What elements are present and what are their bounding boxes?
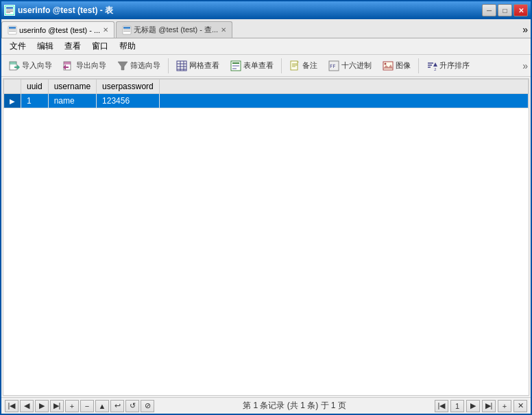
svg-text:2: 2 xyxy=(434,67,437,71)
svg-rect-20 xyxy=(66,67,69,68)
main-content: uuid username userpassword ▶ 1 name 12 xyxy=(3,78,529,396)
col-header-uuid[interactable]: uuid xyxy=(21,80,49,94)
nav-redo-button[interactable]: ↺ xyxy=(125,400,139,412)
page-next-button[interactable]: ▶ xyxy=(466,400,480,412)
main-window: userinfo @test (test) - 表 ─ □ ✕ userinfo… xyxy=(0,0,532,415)
row-indicator-header xyxy=(4,80,21,94)
col-header-userpassword[interactable]: userpassword xyxy=(97,80,160,94)
page-block-button[interactable]: ✕ xyxy=(513,400,527,412)
grid-view-button[interactable]: 网格查看 xyxy=(171,57,224,75)
filter-label: 筛选向导 xyxy=(130,60,160,71)
tab1-label: userinfo @test (test) - ... xyxy=(19,26,100,34)
grid-icon xyxy=(176,60,187,71)
svg-rect-8 xyxy=(9,31,16,32)
window-controls: ─ □ ✕ xyxy=(482,4,528,16)
hex-icon: FF xyxy=(328,60,339,71)
page-add-button[interactable]: + xyxy=(498,400,511,412)
maximize-button[interactable]: □ xyxy=(498,4,512,16)
nav-add-button[interactable]: + xyxy=(65,400,79,412)
svg-rect-2 xyxy=(6,10,13,10)
nav-clear-button[interactable]: ⊘ xyxy=(141,400,154,412)
export-button[interactable]: 导出向导 xyxy=(58,57,111,75)
cell-userpassword[interactable]: 123456 xyxy=(97,94,160,108)
grid-label: 网格查看 xyxy=(189,60,219,71)
svg-rect-1 xyxy=(6,7,13,9)
window-title: userinfo @test (test) - 表 xyxy=(18,5,482,16)
tab-bar: userinfo @test (test) - ... ✕ 无标题 @test … xyxy=(1,19,531,38)
hex-button[interactable]: FF 十六进制 xyxy=(324,57,376,75)
sort-label: 升序排序 xyxy=(439,60,470,71)
nav-delete-button[interactable]: − xyxy=(80,400,94,412)
import-icon xyxy=(9,60,20,71)
export-icon xyxy=(63,60,74,71)
import-button[interactable]: 导入向导 xyxy=(4,57,57,75)
svg-rect-10 xyxy=(123,27,130,29)
tab2-label: 无标题 @test (test) - 查... xyxy=(134,25,218,35)
minimize-button[interactable]: ─ xyxy=(482,4,496,16)
backup-icon xyxy=(289,60,300,71)
cell-uuid[interactable]: 1 xyxy=(21,94,49,108)
col-header-username[interactable]: username xyxy=(48,80,96,94)
image-label: 图像 xyxy=(396,60,411,71)
menu-bar: 文件 编辑 查看 窗口 帮助 xyxy=(1,38,531,55)
form-view-button[interactable]: 表单查看 xyxy=(226,57,278,75)
menu-window[interactable]: 窗口 xyxy=(86,39,114,54)
svg-text:FF: FF xyxy=(330,64,335,69)
svg-rect-7 xyxy=(9,29,16,30)
svg-rect-30 xyxy=(232,65,239,67)
close-button[interactable]: ✕ xyxy=(513,4,528,16)
page-last-button[interactable]: ▶| xyxy=(482,400,496,412)
nav-undo-button[interactable]: ↩ xyxy=(110,400,124,412)
tab-untitled[interactable]: 无标题 @test (test) - 查... ✕ xyxy=(116,21,232,38)
nav-up-button[interactable]: ▲ xyxy=(95,400,109,412)
nav-prev-button[interactable]: ◀ xyxy=(20,400,34,412)
import-label: 导入向导 xyxy=(22,60,52,71)
separator-1 xyxy=(168,58,169,73)
sort-button[interactable]: 2 升序排序 xyxy=(422,57,474,75)
image-icon xyxy=(383,60,394,71)
svg-marker-21 xyxy=(118,62,128,70)
page-first-button[interactable]: |◀ xyxy=(435,400,448,412)
hex-label: 十六进制 xyxy=(341,60,372,71)
separator-2 xyxy=(281,58,282,73)
data-table: uuid username userpassword ▶ 1 name 12 xyxy=(3,79,529,108)
menu-file[interactable]: 文件 xyxy=(4,39,32,54)
svg-rect-14 xyxy=(10,62,16,64)
svg-rect-4 xyxy=(6,12,10,13)
status-right-nav: |◀ 1 ▶ ▶| + ✕ xyxy=(434,400,528,412)
nav-last-button[interactable]: ▶| xyxy=(50,400,64,412)
app-icon xyxy=(4,5,15,16)
menu-help[interactable]: 帮助 xyxy=(114,39,141,54)
svg-rect-29 xyxy=(232,62,239,64)
nav-first-button[interactable]: |◀ xyxy=(5,400,19,412)
page-num[interactable]: 1 xyxy=(450,400,464,412)
svg-point-40 xyxy=(385,62,387,64)
svg-rect-16 xyxy=(14,67,17,68)
menu-view[interactable]: 查看 xyxy=(59,39,86,54)
svg-rect-18 xyxy=(64,62,71,64)
cell-username[interactable]: name xyxy=(48,94,96,108)
tab2-close[interactable]: ✕ xyxy=(221,26,226,34)
table-header-row: uuid username userpassword xyxy=(4,80,529,94)
svg-rect-6 xyxy=(9,27,16,29)
table-row[interactable]: ▶ 1 name 123456 xyxy=(4,94,529,108)
nav-next-button[interactable]: ▶ xyxy=(35,400,49,412)
toolbar: 导入向导 导出向导 筛选向导 xyxy=(1,55,531,77)
separator-3 xyxy=(418,58,419,73)
svg-marker-15 xyxy=(17,64,20,70)
menu-edit[interactable]: 编辑 xyxy=(32,39,59,54)
svg-rect-12 xyxy=(123,31,130,32)
tab-more-button[interactable]: » xyxy=(520,24,531,35)
cell-empty xyxy=(159,94,528,108)
svg-rect-3 xyxy=(6,11,13,12)
backup-label: 备注 xyxy=(302,60,317,71)
filter-button[interactable]: 筛选向导 xyxy=(112,57,165,75)
export-label: 导出向导 xyxy=(76,60,106,71)
tab-userinfo[interactable]: userinfo @test (test) - ... ✕ xyxy=(1,21,114,38)
backup-button[interactable]: 备注 xyxy=(285,57,322,75)
title-bar: userinfo @test (test) - 表 ─ □ ✕ xyxy=(1,1,531,19)
tab1-close[interactable]: ✕ xyxy=(103,26,108,34)
row-indicator: ▶ xyxy=(4,94,21,108)
toolbar-more-button[interactable]: » xyxy=(522,60,528,71)
image-button[interactable]: 图像 xyxy=(378,57,415,75)
